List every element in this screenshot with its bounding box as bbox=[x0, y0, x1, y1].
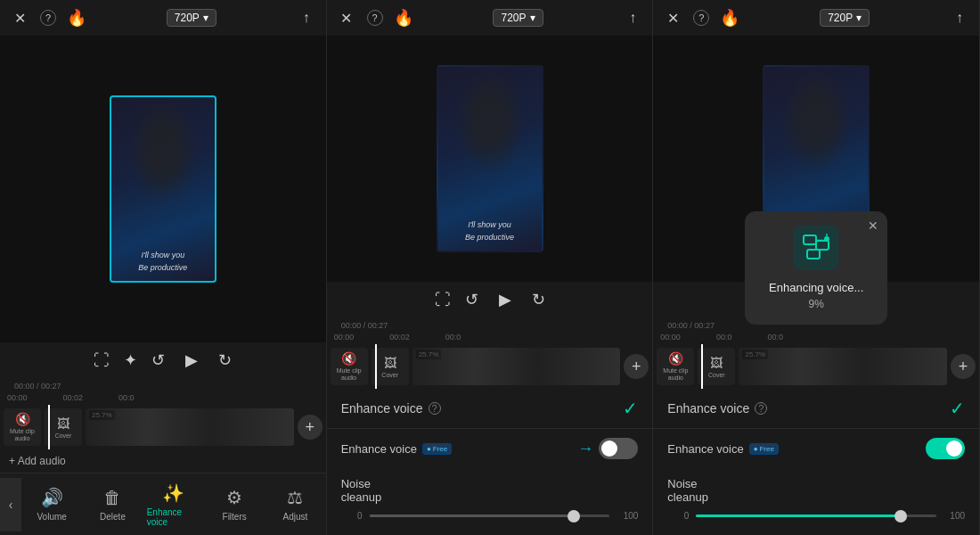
modal-icon-3 bbox=[794, 226, 838, 270]
timeline-track-1: 🔇 Mute clip audio 🖼 Cover 25.7% + bbox=[0, 405, 326, 449]
resolution-selector-2[interactable]: 720P ▾ bbox=[493, 9, 543, 27]
cover-label-2: Cover bbox=[381, 372, 398, 378]
delete-label-1: Delete bbox=[100, 512, 126, 522]
volume-icon-1: 🔊 bbox=[41, 487, 63, 508]
mute-icon-1: 🔇 bbox=[15, 412, 30, 426]
enhance-processing-icon bbox=[800, 232, 832, 264]
bottom-toolbar-1: ‹ 🔊 Volume 🗑 Delete ✨ Enhance voice ⚙ Fi… bbox=[0, 473, 326, 535]
preview-area-2: I'll show you Be productive bbox=[327, 36, 653, 282]
close-button-2[interactable]: ✕ bbox=[336, 7, 357, 29]
redo-button-1[interactable]: ↻ bbox=[218, 350, 232, 370]
filters-icon-1: ⚙ bbox=[226, 487, 242, 508]
brand-icon-1: 🔥 bbox=[66, 7, 87, 29]
preview-text-2a: I'll show you bbox=[468, 220, 511, 229]
timeline-area-1: 00:00 / 00:27 00:00 00:02 00:0 🔇 Mute cl… bbox=[0, 378, 326, 449]
timeline-cursor-2 bbox=[375, 344, 377, 389]
modal-percent-3: 9% bbox=[809, 298, 824, 310]
preview-text-1b: Be productive bbox=[138, 263, 187, 272]
preview-text-1a: I'll show you bbox=[141, 251, 184, 259]
delete-icon-1: 🗑 bbox=[103, 488, 121, 508]
enhance-title-2: Enhance voice ? bbox=[341, 401, 441, 416]
preview-text-2b: Be productive bbox=[465, 233, 514, 242]
controls-row-1: ⛶ ✦ ↺ ▶ ↻ bbox=[0, 342, 326, 378]
toggle-thumb-2 bbox=[601, 440, 617, 457]
modal-close-button-3[interactable]: ✕ bbox=[868, 218, 878, 233]
mute-label-1: Mute clip audio bbox=[4, 428, 41, 441]
resolution-selector-1[interactable]: 720P ▾ bbox=[167, 9, 216, 27]
upload-button-2[interactable]: ↑ bbox=[622, 7, 643, 29]
strip-image-2 bbox=[412, 348, 621, 385]
enhance-help-icon-2[interactable]: ? bbox=[429, 402, 441, 415]
ruler-mark-2-2: 00:0 bbox=[445, 333, 461, 342]
help-button-1[interactable]: ? bbox=[37, 7, 59, 29]
enhance-header-2: Enhance voice ? ✓ bbox=[327, 389, 653, 429]
enhance-icon-1: ✨ bbox=[162, 482, 184, 504]
video-strip-2[interactable]: 25.7% bbox=[412, 348, 621, 385]
enhance-title-text-2: Enhance voice bbox=[341, 401, 423, 416]
cover-label-1: Cover bbox=[55, 432, 72, 439]
cover-thumb-2[interactable]: 🖼 Cover bbox=[372, 348, 409, 385]
arrow-indicator-2: → bbox=[577, 440, 593, 458]
mute-label-2: Mute clip audio bbox=[331, 367, 368, 381]
mute-thumb-1[interactable]: 🔇 Mute clip audio bbox=[4, 408, 41, 446]
expand-button-1[interactable]: ⛶ bbox=[94, 351, 110, 370]
enhance-label-1: Enhance voice bbox=[147, 507, 200, 527]
toolbar-delete-1[interactable]: 🗑 Delete bbox=[82, 481, 143, 529]
magic-button-1[interactable]: ✦ bbox=[124, 350, 137, 370]
free-badge-2: ● Free bbox=[422, 443, 452, 455]
controls-row-2: ⛶ ↺ ▶ ↻ bbox=[327, 282, 653, 317]
figure-overlay-1 bbox=[127, 97, 199, 204]
expand-button-2[interactable]: ⛶ bbox=[435, 291, 451, 309]
svg-point-4 bbox=[824, 236, 829, 242]
svg-rect-2 bbox=[807, 250, 820, 259]
play-button-1[interactable]: ▶ bbox=[179, 348, 204, 373]
adjust-icon-1: ⚖ bbox=[287, 487, 303, 508]
add-clip-button-1[interactable]: + bbox=[298, 415, 323, 440]
ruler-mark-2: 00:0 bbox=[118, 393, 135, 402]
panel-1: ✕ ? 🔥 720P ▾ ↑ I'll show you Be producti… bbox=[0, 0, 327, 535]
help-button-2[interactable]: ? bbox=[364, 7, 386, 29]
undo-button-1[interactable]: ↺ bbox=[151, 350, 165, 370]
time-display-1: 00:00 / 00:27 bbox=[7, 382, 69, 391]
adjust-label-1: Adjust bbox=[283, 512, 308, 522]
toolbar-adjust-1[interactable]: ⚖ Adjust bbox=[265, 480, 325, 529]
mute-thumb-2[interactable]: 🔇 Mute clip audio bbox=[331, 348, 368, 385]
video-preview-2: I'll show you Be productive bbox=[437, 65, 543, 252]
undo-button-2[interactable]: ↺ bbox=[465, 290, 478, 309]
timeline-area-2: 00:00 / 00:27 00:00 00:02 00:0 🔇 Mute cl… bbox=[327, 317, 653, 389]
toolbar-volume-1[interactable]: 🔊 Volume bbox=[21, 480, 82, 529]
video-strip-1[interactable]: 25.7% bbox=[86, 408, 294, 446]
ruler-mark-0: 00:00 bbox=[7, 393, 28, 402]
add-audio-label-1: + Add audio bbox=[9, 455, 66, 467]
toolbar-filters-1[interactable]: ⚙ Filters bbox=[204, 480, 265, 529]
play-button-2[interactable]: ▶ bbox=[493, 287, 518, 312]
enhance-check-2[interactable]: ✓ bbox=[623, 398, 638, 419]
add-clip-button-2[interactable]: + bbox=[624, 354, 649, 379]
toolbar-enhance-1[interactable]: ✨ Enhance voice bbox=[143, 475, 204, 534]
mute-icon-2: 🔇 bbox=[341, 351, 356, 366]
slider-track-2[interactable] bbox=[370, 514, 610, 517]
noise-section-2: Noise cleanup 0 100 bbox=[327, 468, 653, 535]
sidebar-arrow-1[interactable]: ‹ bbox=[0, 478, 21, 531]
modal-title-3: Enhancing voice... bbox=[769, 281, 863, 294]
svg-rect-0 bbox=[804, 235, 816, 244]
cover-thumb-1[interactable]: 🖼 Cover bbox=[45, 408, 82, 446]
add-audio-row-1[interactable]: + Add audio bbox=[0, 449, 326, 473]
redo-button-2[interactable]: ↻ bbox=[532, 290, 545, 309]
panel-3: ✕ ? 🔥 720P ▾ ↑ I'll show you Be producti… bbox=[653, 0, 980, 535]
slider-thumb-2[interactable] bbox=[568, 510, 580, 523]
enhance-panel-2: Enhance voice ? ✓ Enhance voice ● Free → bbox=[327, 389, 653, 535]
topbar-right-2: ↑ bbox=[622, 7, 643, 29]
slider-min-2: 0 bbox=[341, 511, 363, 521]
upload-button-1[interactable]: ↑ bbox=[296, 7, 317, 29]
enhance-toggle-2[interactable] bbox=[599, 438, 638, 459]
free-icon-2: ● bbox=[427, 445, 431, 453]
svg-rect-1 bbox=[816, 241, 829, 250]
filters-label-1: Filters bbox=[223, 512, 247, 522]
ruler-mark-2-1: 00:02 bbox=[389, 333, 410, 342]
timeline-ruler-2: 00:00 00:02 00:0 bbox=[327, 330, 653, 344]
enhance-toggle-row-2: Enhance voice ● Free → bbox=[327, 429, 653, 468]
brand-icon-2: 🔥 bbox=[393, 7, 414, 29]
modal-overlay-3: ✕ Enhancing voice... 9% → bbox=[653, 0, 979, 535]
close-button-1[interactable]: ✕ bbox=[9, 7, 30, 29]
